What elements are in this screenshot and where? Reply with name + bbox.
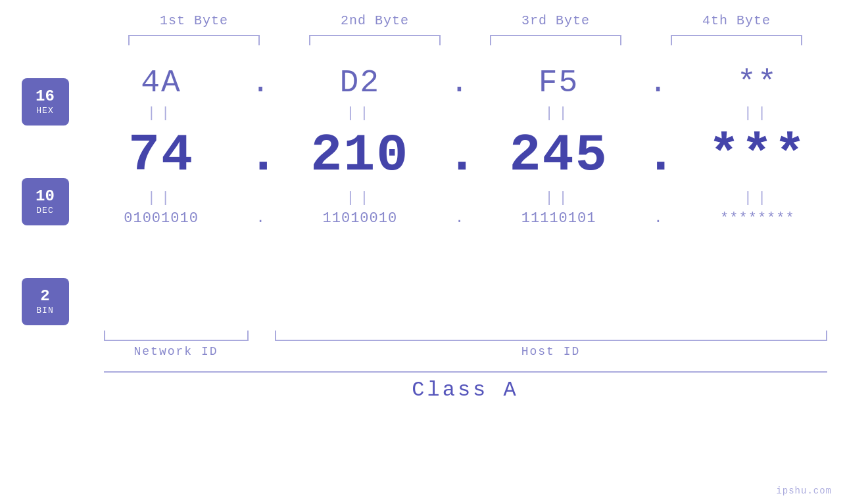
bottom-brackets-row [104, 331, 827, 341]
badge-hex-num: 16 [36, 88, 55, 105]
bin-dot-1: . [256, 210, 265, 227]
bracket-4 [671, 35, 802, 45]
header-byte-3: 3rd Byte [490, 13, 621, 28]
eq-6: || [287, 190, 432, 206]
id-labels-row: Network ID Host ID [104, 345, 827, 358]
header-byte-2: 2nd Byte [309, 13, 441, 28]
bracket-3 [490, 35, 621, 45]
host-id-label: Host ID [275, 345, 827, 358]
bottom-bracket-network [104, 331, 249, 341]
hex-dot-1: . [251, 65, 270, 101]
eq-row-1: || || || || [82, 103, 837, 123]
badge-bin: 2 BIN [22, 278, 69, 325]
bottom-bracket-host [275, 331, 827, 341]
eq-row-2: || || || || [82, 188, 837, 208]
dec-byte-3: 245 [510, 126, 608, 185]
eq-1: || [89, 105, 233, 122]
class-label: Class A [412, 378, 518, 402]
bin-byte-1: 01001010 [124, 210, 199, 227]
top-brackets [104, 35, 827, 45]
bin-dot-2: . [455, 210, 464, 227]
dec-dot-1: . [247, 126, 279, 185]
hex-byte-1: 4A [141, 65, 181, 101]
badge-bin-num: 2 [40, 288, 49, 305]
hex-byte-4: ** [737, 65, 778, 101]
hex-byte-2: D2 [340, 65, 381, 101]
dec-dot-2: . [446, 126, 477, 185]
bin-byte-3: 11110101 [521, 210, 596, 227]
header-byte-1: 1st Byte [128, 13, 260, 28]
class-bracket-row [104, 371, 827, 373]
dec-dot-3: . [645, 126, 677, 185]
dec-byte-1: 74 [128, 126, 194, 185]
badge-hex-label: HEX [36, 106, 53, 116]
bracket-2 [309, 35, 441, 45]
dec-byte-2: 210 [310, 126, 409, 185]
eq-7: || [487, 190, 631, 206]
badge-dec-num: 10 [36, 188, 55, 205]
badge-bin-label: BIN [36, 306, 53, 315]
bin-byte-2: 11010010 [323, 210, 398, 227]
dec-row: 74 . 210 . 245 . *** [82, 126, 837, 185]
main-container: 1st Byte 2nd Byte 3rd Byte 4th Byte 16 H… [0, 0, 845, 504]
badge-hex: 16 HEX [22, 78, 69, 126]
header-byte-4: 4th Byte [671, 13, 802, 28]
byte-headers-row: 1st Byte 2nd Byte 3rd Byte 4th Byte [104, 13, 827, 28]
eq-3: || [487, 105, 631, 122]
eq-5: || [89, 190, 233, 206]
bracket-1 [128, 35, 260, 45]
badge-dec-label: DEC [36, 206, 53, 216]
eq-8: || [685, 190, 830, 206]
dec-byte-4: *** [708, 126, 807, 185]
hex-dot-3: . [648, 65, 667, 101]
hex-dot-2: . [450, 65, 469, 101]
eq-4: || [685, 105, 830, 122]
data-rows-area: 4A . D2 . F5 . ** || || || || 74 [82, 58, 837, 227]
badge-dec: 10 DEC [22, 178, 69, 225]
class-label-row: Class A [104, 378, 827, 402]
eq-2: || [287, 105, 432, 122]
bin-row: 01001010 . 11010010 . 11110101 . *******… [82, 210, 837, 227]
hex-byte-3: F5 [539, 65, 579, 101]
watermark: ipshu.com [776, 486, 832, 496]
network-id-label: Network ID [104, 345, 249, 358]
bin-dot-3: . [654, 210, 662, 227]
hex-row: 4A . D2 . F5 . ** [82, 65, 837, 101]
badges-column: 16 HEX 10 DEC 2 BIN [22, 58, 69, 325]
content-area: 16 HEX 10 DEC 2 BIN 4A . D2 . F5 . ** [22, 58, 837, 325]
bin-byte-4: ******** [720, 210, 795, 227]
